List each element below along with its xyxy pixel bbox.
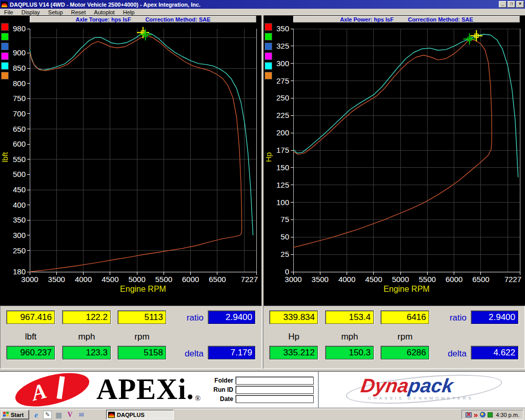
offline-arrows-tray-icon[interactable]: » (474, 411, 478, 418)
outlook-express-icon[interactable]: ✉ (77, 411, 86, 419)
torque-chart-title: Axle Torque: hps IsF (75, 16, 131, 23)
svg-text:5500: 5500 (155, 275, 172, 284)
menu-help[interactable]: Help (119, 9, 139, 15)
power-correction-method: Correction Method: SAE (408, 16, 473, 23)
speed-cursor1-value: 122.2 (63, 311, 111, 324)
dynapack-pack: pack (407, 375, 455, 396)
svg-text:6500: 6500 (472, 275, 489, 284)
app-icon (1, 2, 8, 8)
speed-cursor2-value: 150.3 (326, 346, 374, 359)
delta-label: delta (170, 349, 204, 359)
internet-explorer-icon[interactable]: e (32, 411, 41, 419)
daqplus-task-button[interactable]: DAQPLUS (106, 410, 174, 419)
svg-text:175: 175 (276, 146, 289, 154)
app-icon (108, 412, 115, 418)
svg-text:4000: 4000 (75, 275, 92, 284)
speed-unit-label: mph (326, 332, 374, 342)
date-input[interactable] (236, 395, 314, 403)
torque-cursor2-value: 960.237 (7, 346, 55, 359)
torque-unit-label: lbft (7, 332, 55, 342)
svg-text:3000: 3000 (21, 275, 38, 284)
svg-text:350: 350 (13, 215, 26, 224)
channel-swatch-3[interactable] (265, 52, 272, 60)
torque-cursor1-value: 967.416 (7, 311, 55, 324)
channel-swatch-4[interactable] (1, 62, 9, 70)
svg-text:4000: 4000 (338, 275, 355, 284)
folder-input[interactable] (236, 377, 314, 385)
status-tray-icon[interactable] (488, 412, 493, 417)
channel-swatch-5[interactable] (1, 72, 9, 79)
svg-text:6000: 6000 (182, 275, 199, 284)
channel-swatch-0[interactable] (265, 23, 272, 31)
svg-text:3500: 3500 (312, 275, 329, 284)
rpm-cursor2-value: 5158 (118, 346, 166, 359)
compose-mail-icon[interactable]: ✎ (43, 411, 52, 419)
channel-swatch-5[interactable] (265, 72, 272, 79)
torque-run-current (30, 32, 253, 235)
svg-text:75: 75 (280, 215, 289, 224)
channel-swatch-1[interactable] (265, 33, 272, 41)
torque-plot-area[interactable]: 9809008508007507006506005505004504003503… (0, 15, 261, 306)
svg-text:700: 700 (13, 109, 26, 118)
close-button[interactable]: × (516, 1, 524, 8)
torque-run-previous (30, 35, 242, 272)
svg-text:400: 400 (13, 201, 26, 209)
rpm-unit-label: rpm (118, 332, 166, 342)
media-player-icon[interactable]: V (66, 411, 74, 419)
menu-reset[interactable]: Reset (67, 9, 90, 15)
svg-text:450: 450 (13, 185, 26, 194)
menu-autoplot[interactable]: Autoplot (90, 9, 118, 15)
footer-right-section: Dynapack CHASSIS DYNAMOMETERS (319, 372, 525, 408)
apex-word: APEX (96, 373, 178, 405)
channel-swatch-2[interactable] (1, 43, 9, 50)
svg-text:5000: 5000 (392, 275, 409, 284)
registered-mark: ® (195, 394, 200, 403)
folder-label: Folder (206, 377, 236, 384)
svg-text:225: 225 (276, 111, 289, 119)
svg-text:275: 275 (276, 76, 289, 85)
restore-button[interactable]: ❐ (508, 1, 515, 8)
svg-text:3500: 3500 (48, 275, 65, 284)
network-globe-tray-icon[interactable] (480, 412, 486, 417)
power-unit-label: Hp (270, 332, 318, 342)
power-cursor1-value: 339.834 (270, 311, 318, 324)
svg-text:7227: 7227 (241, 275, 258, 284)
clock: 4:30 p.m. (495, 412, 519, 418)
start-button[interactable]: Start (1, 410, 29, 419)
delta-label: delta (433, 349, 467, 359)
ratio-value: 2.9400 (208, 311, 255, 324)
title-bar: DAQPLUS V14 (4WD - Motor Vehicle 2500+40… (0, 0, 525, 9)
readouts-area: 967.416 122.2 5113 ratio 2.9400 lbft mph… (0, 306, 525, 369)
dynapack-tagline: CHASSIS DYNAMOMETERS (368, 396, 474, 401)
run-id-input[interactable] (236, 386, 314, 394)
task-button-label: DAQPLUS (117, 412, 145, 418)
svg-text:4500: 4500 (365, 275, 382, 284)
menu-display[interactable]: Display (17, 9, 44, 15)
svg-text:6500: 6500 (209, 275, 226, 284)
date-label: Date (206, 395, 236, 403)
channels-icon[interactable]: ▦ (54, 411, 63, 419)
start-label: Start (11, 412, 24, 418)
display-error-tray-icon[interactable] (466, 412, 472, 417)
svg-text:125: 125 (276, 181, 289, 189)
menu-file[interactable]: File (0, 9, 17, 15)
svg-text:100: 100 (276, 198, 289, 207)
power-plot-area[interactable]: 3503253002752502252001751501251007550250… (264, 15, 525, 306)
dynapack-logo-text: Dynapack (359, 375, 455, 397)
minimize-button[interactable]: _ (499, 1, 507, 8)
svg-text:250: 250 (276, 93, 289, 102)
channel-swatch-4[interactable] (265, 62, 272, 70)
rpm-cursor1-value: 6416 (381, 311, 429, 324)
svg-text:650: 650 (13, 125, 26, 133)
footer-area: A APEXi. ® Folder Run ID Date (0, 371, 525, 408)
channel-swatch-0[interactable] (1, 23, 9, 31)
svg-text:4500: 4500 (102, 275, 118, 284)
channel-swatch-3[interactable] (1, 52, 9, 60)
channel-swatch-1[interactable] (1, 33, 9, 41)
ratio-label: ratio (433, 313, 467, 323)
footer-left-section: A APEXi. ® Folder Run ID Date (0, 372, 319, 408)
menu-setup[interactable]: Setup (44, 9, 67, 15)
channel-swatch-2[interactable] (265, 43, 272, 50)
svg-text:300: 300 (13, 231, 26, 239)
svg-text:6000: 6000 (446, 275, 462, 284)
